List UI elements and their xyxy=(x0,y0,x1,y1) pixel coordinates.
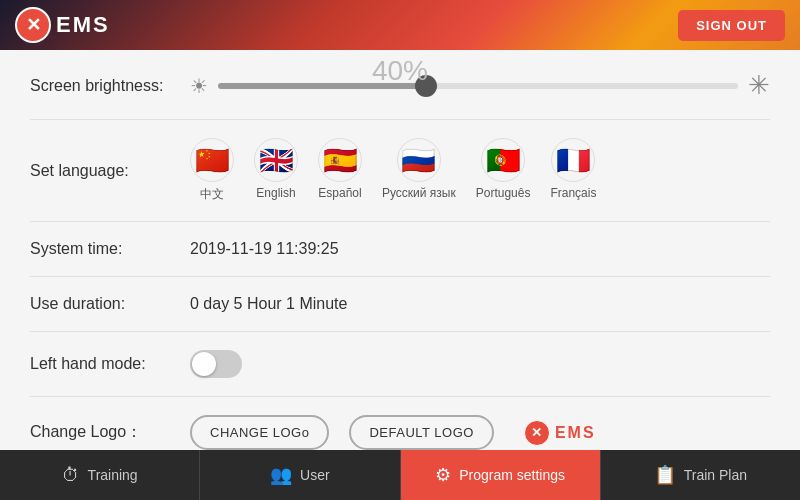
lang-name-es: Español xyxy=(318,186,361,200)
flag-fr: 🇫🇷 xyxy=(551,138,595,182)
nav-label-program_settings: Program settings xyxy=(459,467,565,483)
change-logo-row: Change Logo： CHANGE LOGo DEFAULT LOGO ✕ … xyxy=(30,415,770,450)
brightness-value-display: 40% xyxy=(370,55,430,87)
ems-logo-preview: ✕ EMS xyxy=(524,420,596,446)
flag-ru: 🇷🇺 xyxy=(397,138,441,182)
divider-3 xyxy=(30,276,770,277)
language-label: Set language: xyxy=(30,162,170,180)
nav-tab-user[interactable]: 👥 User xyxy=(200,450,400,500)
main-content: Screen brightness: ☀ ✳ Set language: 🇨🇳 … xyxy=(0,50,800,450)
bottom-nav: ⏱ Training 👥 User ⚙ Program settings 📋 T… xyxy=(0,450,800,500)
use-duration-label: Use duration: xyxy=(30,295,170,313)
nav-label-user: User xyxy=(300,467,330,483)
divider-4 xyxy=(30,331,770,332)
divider-1 xyxy=(30,119,770,120)
system-time-label: System time: xyxy=(30,240,170,258)
lang-option-zh[interactable]: 🇨🇳 中文 xyxy=(190,138,234,203)
flag-pt: 🇵🇹 xyxy=(481,138,525,182)
language-options: 🇨🇳 中文 🇬🇧 English 🇪🇸 Español 🇷🇺 Русский я… xyxy=(190,138,596,203)
logo-text: EMS xyxy=(56,12,110,38)
lang-option-es[interactable]: 🇪🇸 Español xyxy=(318,138,362,200)
lang-name-en: English xyxy=(256,186,295,200)
brightness-label: Screen brightness: xyxy=(30,77,170,95)
lang-option-ru[interactable]: 🇷🇺 Русский язык xyxy=(382,138,456,200)
change-logo-button[interactable]: CHANGE LOGo xyxy=(190,415,329,450)
lang-option-fr[interactable]: 🇫🇷 Français xyxy=(550,138,596,200)
flag-en: 🇬🇧 xyxy=(254,138,298,182)
sign-out-button[interactable]: SIGN OUT xyxy=(678,10,785,41)
nav-tab-program_settings[interactable]: ⚙ Program settings xyxy=(401,450,601,500)
nav-icon-user: 👥 xyxy=(270,464,292,486)
lang-name-fr: Français xyxy=(550,186,596,200)
flag-zh: 🇨🇳 xyxy=(190,138,234,182)
toggle-knob xyxy=(192,352,216,376)
divider-2 xyxy=(30,221,770,222)
logo-x-icon: ✕ xyxy=(15,7,51,43)
left-hand-mode-toggle[interactable] xyxy=(190,350,242,378)
brightness-slider-track[interactable] xyxy=(218,83,738,89)
left-hand-mode-row: Left hand mode: xyxy=(30,350,770,378)
nav-tab-training[interactable]: ⏱ Training xyxy=(0,450,200,500)
system-time-row: System time: 2019-11-19 11:39:25 xyxy=(30,240,770,258)
lang-name-zh: 中文 xyxy=(200,186,224,203)
default-logo-button[interactable]: DEFAULT LOGO xyxy=(349,415,494,450)
lang-option-en[interactable]: 🇬🇧 English xyxy=(254,138,298,200)
change-logo-label: Change Logo： xyxy=(30,422,170,443)
lang-name-pt: Português xyxy=(476,186,531,200)
nav-icon-training: ⏱ xyxy=(62,465,80,486)
ems-preview-x-icon: ✕ xyxy=(524,420,550,446)
flag-es: 🇪🇸 xyxy=(318,138,362,182)
use-duration-value: 0 day 5 Hour 1 Minute xyxy=(190,295,347,313)
sun-small-icon: ☀ xyxy=(190,74,208,98)
language-row: Set language: 🇨🇳 中文 🇬🇧 English 🇪🇸 Españo… xyxy=(30,138,770,203)
system-time-value: 2019-11-19 11:39:25 xyxy=(190,240,339,258)
use-duration-row: Use duration: 0 day 5 Hour 1 Minute xyxy=(30,295,770,313)
brightness-container: ☀ ✳ xyxy=(190,70,770,101)
nav-label-training: Training xyxy=(88,467,138,483)
left-hand-mode-label: Left hand mode: xyxy=(30,355,170,373)
lang-name-ru: Русский язык xyxy=(382,186,456,200)
nav-icon-program_settings: ⚙ xyxy=(435,464,451,486)
ems-preview-text: EMS xyxy=(555,424,596,442)
sun-large-icon: ✳ xyxy=(748,70,770,101)
header: ✕ EMS 40% SIGN OUT xyxy=(0,0,800,50)
nav-tab-train_plan[interactable]: 📋 Train Plan xyxy=(601,450,800,500)
divider-5 xyxy=(30,396,770,397)
lang-option-pt[interactable]: 🇵🇹 Português xyxy=(476,138,531,200)
nav-label-train_plan: Train Plan xyxy=(684,467,747,483)
nav-icon-train_plan: 📋 xyxy=(654,464,676,486)
logo-area: ✕ EMS xyxy=(15,7,110,43)
nav-tabs-container: ⏱ Training 👥 User ⚙ Program settings 📋 T… xyxy=(0,450,800,500)
